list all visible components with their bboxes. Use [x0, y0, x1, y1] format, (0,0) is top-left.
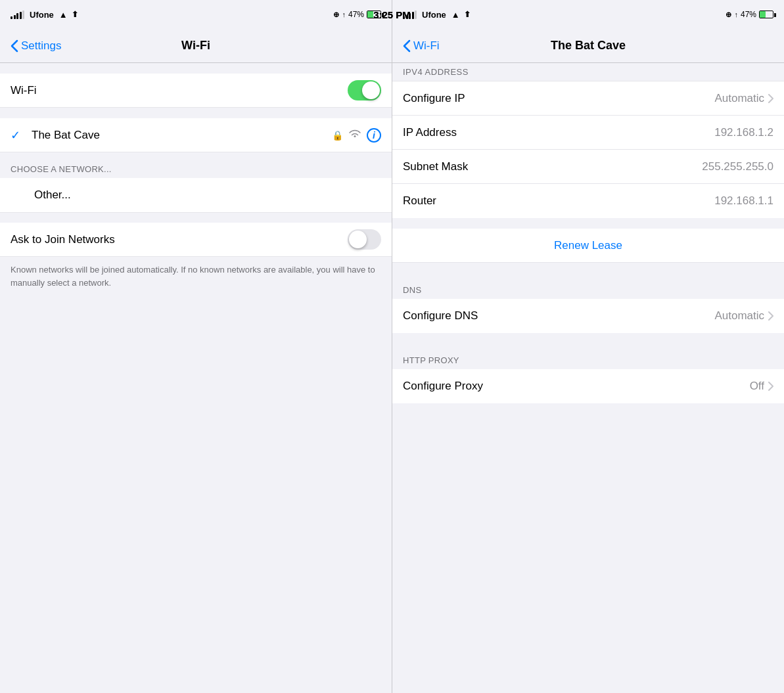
carrier-name-right: Ufone [422, 10, 446, 20]
spacer-before-dns [392, 263, 784, 273]
battery-percent-left: 47% [348, 10, 364, 19]
configure-ip-chevron [768, 94, 773, 103]
dns-section-group: Configure DNS Automatic [392, 299, 784, 333]
carrier-signal-left: Ufone ▲ ⬆ [11, 10, 78, 20]
signal-bar-4 [20, 12, 22, 19]
battery-icon-right [759, 11, 773, 18]
toggle-thumb-ask [349, 231, 367, 248]
configure-dns-value: Automatic [714, 309, 764, 323]
ip-address-label: IP Address [403, 126, 714, 139]
configure-proxy-label: Configure Proxy [403, 380, 750, 393]
location-indicator-left: ⊕ [333, 11, 339, 19]
location-icon-right: ⬆ [464, 10, 471, 19]
ask-join-label: Ask to Join Networks [11, 233, 348, 246]
network-icons: 🔒 i [332, 128, 381, 143]
page-title-right: The Bat Cave [551, 39, 626, 53]
check-icon: ✓ [11, 128, 24, 143]
battery-fill-right [760, 11, 766, 18]
gps-icon-left: ↑ [342, 11, 346, 18]
choose-network-header: CHOOSE A NETWORK... [0, 152, 392, 178]
configure-proxy-value: Off [750, 380, 764, 393]
back-button-right[interactable]: Wi-Fi [403, 39, 440, 53]
content-right: IPv4 ADDRESS Configure IP Automatic IP A… [392, 63, 784, 693]
wifi-label: Wi-Fi [11, 84, 348, 97]
configure-ip-value: Automatic [714, 92, 764, 105]
ip-address-row: IP Address 192.168.1.2 [392, 116, 784, 150]
configure-dns-label: Configure DNS [403, 309, 714, 323]
spacer-before-renew [392, 218, 784, 229]
configure-dns-row[interactable]: Configure DNS Automatic [392, 299, 784, 333]
renew-lease-label: Renew Lease [554, 239, 622, 252]
battery-fill-left [367, 11, 373, 18]
back-button-left[interactable]: Settings [11, 39, 61, 53]
network-name: The Bat Cave [32, 129, 324, 142]
proxy-section-group: Configure Proxy Off [392, 369, 784, 403]
info-button[interactable]: i [367, 128, 381, 143]
other-label: Other... [34, 189, 71, 202]
wifi-status-icon-left: ▲ [59, 10, 68, 20]
status-bar-left: Ufone ▲ ⬆ 3:25 PM ⊕ ↑ 47% [0, 0, 392, 29]
signal-bar-r5 [415, 11, 417, 19]
content-left: Wi-Fi ✓ The Bat Cave 🔒 i [0, 63, 392, 693]
signal-bar-r4 [412, 12, 414, 19]
configure-proxy-chevron [768, 382, 773, 391]
dns-section-header: DNS [392, 273, 784, 299]
other-network-row[interactable]: Other... [0, 178, 392, 212]
nav-bar-left: Settings Wi-Fi [0, 29, 392, 63]
http-proxy-header: HTTP PROXY [392, 344, 784, 369]
time-right: 3:25 PM [373, 9, 411, 20]
signal-bar-2 [14, 15, 16, 19]
lock-icon: 🔒 [332, 130, 343, 141]
router-row: Router 192.168.1.1 [392, 184, 784, 218]
wifi-status-icon-right: ▲ [451, 10, 460, 20]
signal-bars-left [11, 11, 24, 19]
location-icon-left: ⬆ [72, 10, 78, 19]
page-title-left: Wi-Fi [181, 39, 210, 53]
subnet-mask-label: Subnet Mask [403, 160, 702, 173]
back-label-left: Settings [21, 39, 61, 53]
signal-bar-3 [16, 13, 18, 19]
location-indicator-right: ⊕ [726, 11, 731, 19]
ask-join-toggle[interactable] [348, 229, 381, 250]
signal-bar-1 [11, 16, 12, 19]
configure-ip-label: Configure IP [403, 92, 714, 105]
wifi-signal-icon [348, 129, 361, 142]
connected-network-row: ✓ The Bat Cave 🔒 i [0, 118, 392, 152]
configure-dns-chevron [768, 311, 773, 321]
subnet-mask-value: 255.255.255.0 [702, 160, 773, 173]
configure-ip-row[interactable]: Configure IP Automatic [392, 81, 784, 116]
ask-join-row: Ask to Join Networks [0, 223, 392, 257]
ipv4-section-group: Configure IP Automatic IP Address 192.16… [392, 81, 784, 218]
wifi-toggle[interactable] [348, 80, 381, 101]
nav-bar-right: Wi-Fi The Bat Cave [392, 29, 784, 63]
ipv4-partial-header: IPv4 ADDRESS [392, 63, 784, 81]
carrier-name-left: Ufone [30, 10, 54, 20]
spacer-before-proxy [392, 333, 784, 344]
spacer-mid-left [0, 108, 392, 118]
gps-icon-right: ↑ [734, 11, 738, 18]
spacer-top-left [0, 63, 392, 74]
status-right-right: ⊕ ↑ 47% [726, 10, 773, 19]
status-bar-right: Ufone ▲ ⬆ 3:25 PM ⊕ ↑ 47% [392, 0, 784, 29]
bottom-spacer-right [392, 403, 784, 430]
battery-percent-right: 47% [741, 10, 756, 19]
ip-address-value: 192.168.1.2 [714, 126, 773, 139]
join-note-text: Known networks will be joined automatica… [0, 257, 392, 302]
renew-lease-row[interactable]: Renew Lease [392, 229, 784, 263]
wifi-toggle-row: Wi-Fi [0, 74, 392, 108]
router-value: 192.168.1.1 [714, 194, 773, 208]
spacer-after-other [0, 212, 392, 223]
info-symbol: i [373, 130, 375, 141]
subnet-mask-row: Subnet Mask 255.255.255.0 [392, 150, 784, 184]
carrier-signal-right: Ufone ▲ ⬆ [403, 10, 471, 20]
signal-bar-5 [22, 11, 24, 19]
back-label-right: Wi-Fi [413, 39, 440, 53]
toggle-thumb-wifi [362, 81, 380, 99]
router-label: Router [403, 194, 714, 208]
configure-proxy-row[interactable]: Configure Proxy Off [392, 369, 784, 403]
right-panel: Ufone ▲ ⬆ 3:25 PM ⊕ ↑ 47% Wi-Fi The Bat … [392, 0, 784, 693]
left-panel: Ufone ▲ ⬆ 3:25 PM ⊕ ↑ 47% Settings Wi-Fi… [0, 0, 392, 693]
